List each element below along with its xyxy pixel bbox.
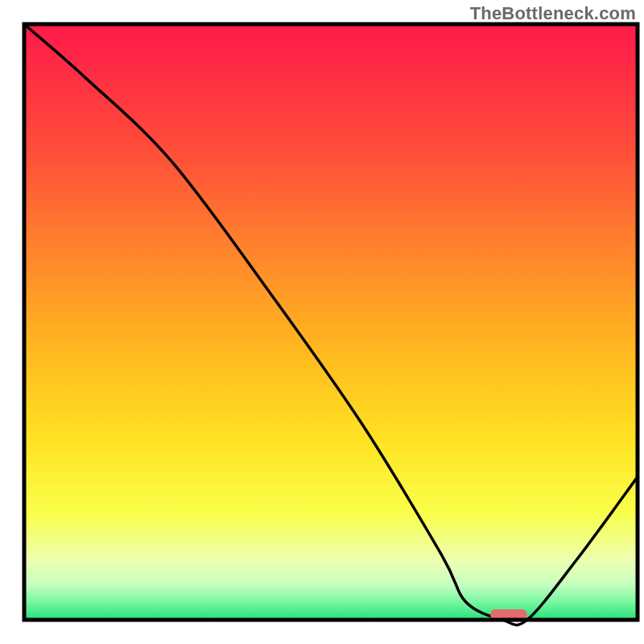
chart-container: TheBottleneck.com	[0, 0, 644, 644]
bottleneck-chart	[0, 0, 644, 644]
plot-background	[24, 24, 638, 620]
